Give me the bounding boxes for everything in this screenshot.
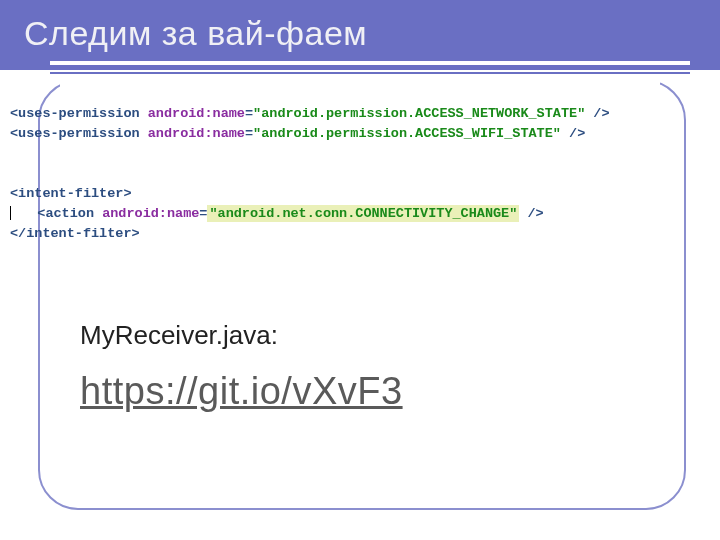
xml-tag: action (45, 206, 94, 221)
xml-tag: intent-filter (18, 186, 123, 201)
receiver-label: MyReceiver.java: (80, 320, 278, 351)
text-caret-icon (10, 206, 11, 220)
xml-tag: intent-filter (26, 226, 131, 241)
xml-attr: android:name (102, 206, 199, 221)
xml-tag: uses-permission (18, 126, 140, 141)
xml-value-highlighted: "android.net.conn.CONNECTIVITY_CHANGE" (209, 206, 517, 221)
slide: Следим за вай-фаем <uses-permission andr… (0, 0, 720, 540)
xml-value: "android.permission.ACCESS_WIFI_STATE" (253, 126, 561, 141)
xml-attr: android:name (148, 106, 245, 121)
title-underline (50, 61, 690, 65)
xml-value: "android.permission.ACCESS_NETWORK_STATE… (253, 106, 585, 121)
code-snippet: <uses-permission android:name="android.p… (10, 104, 710, 244)
xml-tag: uses-permission (18, 106, 140, 121)
source-link[interactable]: https://git.io/vXvF3 (80, 370, 403, 413)
xml-attr: android:name (148, 126, 245, 141)
title-underline-accent (50, 72, 690, 74)
slide-title: Следим за вай-фаем (24, 14, 367, 53)
